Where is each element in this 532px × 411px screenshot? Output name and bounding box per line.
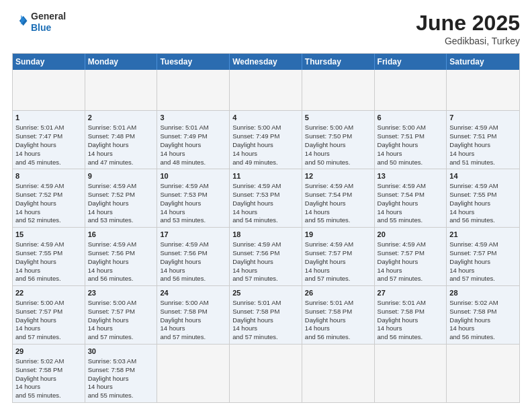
sunrise-text: Sunrise: 4:59 AM bbox=[88, 182, 154, 191]
daylight-minutes: and 54 minutes. bbox=[232, 216, 299, 225]
day-number: 22 bbox=[15, 288, 82, 298]
week-row-1: 1Sunrise: 5:01 AMSunset: 7:47 PMDaylight… bbox=[13, 110, 519, 169]
day-number: 26 bbox=[305, 288, 371, 298]
logo: General Blue bbox=[12, 11, 66, 34]
daylight-hours: 14 hours bbox=[449, 208, 517, 217]
sunrise-text: Sunrise: 4:59 AM bbox=[305, 182, 371, 191]
daylight-minutes: and 45 minutes. bbox=[15, 158, 82, 167]
daylight-hours: 14 hours bbox=[15, 150, 82, 158]
sunset-text: Sunset: 7:51 PM bbox=[378, 132, 444, 141]
cal-cell: 14Sunrise: 4:59 AMSunset: 7:55 PMDayligh… bbox=[447, 169, 519, 227]
sunrise-text: Sunrise: 4:59 AM bbox=[15, 240, 82, 249]
sunset-text: Sunset: 7:57 PM bbox=[378, 249, 444, 258]
daylight-hours: 14 hours bbox=[160, 324, 226, 333]
day-number: 30 bbox=[88, 347, 154, 357]
daylight-label: Daylight hours bbox=[449, 199, 517, 208]
daylight-label: Daylight hours bbox=[449, 258, 517, 267]
daylight-hours: 14 hours bbox=[160, 267, 226, 275]
daylight-minutes: and 57 minutes. bbox=[449, 275, 517, 283]
day-number: 27 bbox=[378, 288, 444, 298]
week-row-4: 22Sunrise: 5:00 AMSunset: 7:57 PMDayligh… bbox=[13, 285, 519, 344]
sunset-text: Sunset: 7:55 PM bbox=[15, 249, 82, 258]
daylight-minutes: and 57 minutes. bbox=[232, 333, 299, 342]
title-location: Gedikbasi, Turkey bbox=[416, 36, 520, 46]
day-number: 25 bbox=[232, 288, 299, 298]
sunset-text: Sunset: 7:58 PM bbox=[378, 308, 444, 316]
daylight-minutes: and 56 minutes. bbox=[160, 275, 226, 283]
daylight-hours: 14 hours bbox=[160, 208, 226, 217]
daylight-label: Daylight hours bbox=[160, 316, 226, 325]
daylight-hours: 14 hours bbox=[305, 267, 371, 275]
sunrise-text: Sunrise: 5:00 AM bbox=[378, 124, 444, 132]
sunset-text: Sunset: 7:54 PM bbox=[305, 191, 371, 199]
sunset-text: Sunset: 7:58 PM bbox=[160, 308, 226, 316]
daylight-minutes: and 52 minutes. bbox=[15, 216, 82, 225]
daylight-hours: 14 hours bbox=[378, 208, 444, 217]
daylight-hours: 14 hours bbox=[15, 267, 82, 275]
daylight-hours: 14 hours bbox=[88, 324, 154, 333]
day-number: 3 bbox=[160, 113, 226, 123]
daylight-minutes: and 49 minutes. bbox=[232, 158, 299, 167]
header-day-friday: Friday bbox=[375, 54, 447, 70]
cal-cell: 24Sunrise: 5:00 AMSunset: 7:58 PMDayligh… bbox=[157, 286, 230, 344]
daylight-hours: 14 hours bbox=[88, 208, 154, 217]
daylight-hours: 14 hours bbox=[15, 208, 82, 217]
cal-cell: 22Sunrise: 5:00 AMSunset: 7:57 PMDayligh… bbox=[13, 286, 85, 344]
day-number: 19 bbox=[305, 230, 371, 240]
day-number: 5 bbox=[305, 113, 371, 123]
calendar: SundayMondayTuesdayWednesdayThursdayFrid… bbox=[12, 53, 520, 403]
daylight-label: Daylight hours bbox=[160, 141, 226, 150]
daylight-label: Daylight hours bbox=[15, 258, 82, 267]
cal-cell bbox=[375, 70, 447, 110]
sunset-text: Sunset: 7:53 PM bbox=[232, 191, 299, 199]
daylight-label: Daylight hours bbox=[160, 199, 226, 208]
daylight-label: Daylight hours bbox=[305, 316, 371, 325]
cal-cell: 26Sunrise: 5:01 AMSunset: 7:58 PMDayligh… bbox=[302, 286, 375, 344]
sunrise-text: Sunrise: 4:59 AM bbox=[160, 182, 226, 191]
daylight-hours: 14 hours bbox=[449, 324, 517, 333]
cal-cell: 9Sunrise: 4:59 AMSunset: 7:52 PMDaylight… bbox=[85, 169, 158, 227]
daylight-minutes: and 57 minutes. bbox=[305, 275, 371, 283]
cal-cell: 23Sunrise: 5:00 AMSunset: 7:57 PMDayligh… bbox=[85, 286, 158, 344]
cal-cell bbox=[375, 345, 447, 402]
title-block: June 2025 Gedikbasi, Turkey bbox=[416, 11, 520, 46]
cal-cell bbox=[13, 70, 85, 110]
daylight-hours: 14 hours bbox=[15, 324, 82, 333]
daylight-minutes: and 55 minutes. bbox=[15, 392, 82, 400]
daylight-hours: 14 hours bbox=[305, 324, 371, 333]
cal-cell: 18Sunrise: 4:59 AMSunset: 7:56 PMDayligh… bbox=[230, 228, 302, 285]
daylight-label: Daylight hours bbox=[15, 141, 82, 150]
logo-blue: Blue bbox=[31, 22, 51, 33]
header-day-thursday: Thursday bbox=[302, 54, 375, 70]
daylight-label: Daylight hours bbox=[232, 258, 299, 267]
cal-cell: 19Sunrise: 4:59 AMSunset: 7:57 PMDayligh… bbox=[302, 228, 375, 285]
day-number: 28 bbox=[449, 288, 517, 298]
cal-cell: 11Sunrise: 4:59 AMSunset: 7:53 PMDayligh… bbox=[230, 169, 302, 227]
daylight-label: Daylight hours bbox=[15, 375, 82, 383]
daylight-label: Daylight hours bbox=[88, 199, 154, 208]
day-number: 12 bbox=[305, 171, 371, 181]
cal-cell bbox=[230, 345, 302, 402]
daylight-label: Daylight hours bbox=[88, 258, 154, 267]
sunset-text: Sunset: 7:49 PM bbox=[232, 132, 299, 141]
cal-cell: 28Sunrise: 5:02 AMSunset: 7:58 PMDayligh… bbox=[447, 286, 519, 344]
cal-cell: 21Sunrise: 4:59 AMSunset: 7:57 PMDayligh… bbox=[447, 228, 519, 285]
page: General Blue June 2025 Gedikbasi, Turkey… bbox=[0, 0, 532, 411]
cal-cell: 1Sunrise: 5:01 AMSunset: 7:47 PMDaylight… bbox=[13, 111, 85, 169]
sunset-text: Sunset: 7:56 PM bbox=[88, 249, 154, 258]
sunset-text: Sunset: 7:58 PM bbox=[232, 308, 299, 316]
daylight-label: Daylight hours bbox=[88, 141, 154, 150]
daylight-hours: 14 hours bbox=[160, 150, 226, 158]
sunset-text: Sunset: 7:58 PM bbox=[88, 366, 154, 375]
daylight-label: Daylight hours bbox=[378, 258, 444, 267]
daylight-hours: 14 hours bbox=[305, 208, 371, 217]
daylight-minutes: and 50 minutes. bbox=[378, 158, 444, 167]
daylight-hours: 14 hours bbox=[232, 267, 299, 275]
sunset-text: Sunset: 7:57 PM bbox=[15, 308, 82, 316]
daylight-minutes: and 56 minutes. bbox=[305, 333, 371, 342]
sunset-text: Sunset: 7:50 PM bbox=[305, 132, 371, 141]
header-day-wednesday: Wednesday bbox=[230, 54, 302, 70]
daylight-label: Daylight hours bbox=[15, 199, 82, 208]
sunset-text: Sunset: 7:58 PM bbox=[15, 366, 82, 375]
sunset-text: Sunset: 7:48 PM bbox=[88, 132, 154, 141]
